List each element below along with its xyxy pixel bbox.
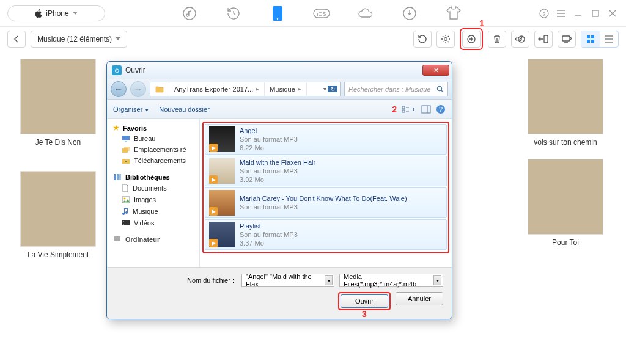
nav-back-button[interactable]: ←	[111, 81, 127, 97]
file-thumbnail: ▶	[209, 158, 235, 184]
file-type: Son au format MP3	[240, 167, 315, 175]
cloud-icon[interactable]	[356, 4, 375, 23]
svg-point-10	[468, 35, 475, 43]
device-tab-icon[interactable]	[268, 4, 287, 23]
nav-forward-button[interactable]: →	[130, 81, 146, 97]
help-icon[interactable]: ?	[436, 104, 446, 114]
path-bar[interactable]: AnyTrans-Exporter-2017...▸ Musique▸ ▾ ↻	[150, 82, 341, 96]
file-item[interactable]: ▶ PlaylistSon au format MP33.37 Mo	[205, 219, 447, 250]
help-icon[interactable]: ?	[538, 7, 550, 20]
sidebar-item-music[interactable]: Musique	[107, 205, 199, 217]
delete-button[interactable]	[488, 31, 506, 48]
menu-icon[interactable]	[555, 7, 567, 20]
path-segment[interactable]: AnyTrans-Exporter-2017...▸	[169, 82, 265, 96]
album-title: La Vie Simplement	[28, 250, 89, 259]
play-icon: ▶	[209, 144, 218, 152]
svg-rect-8	[592, 10, 598, 16]
album-item[interactable]: vois sur ton chemin	[520, 59, 611, 147]
filetype-select[interactable]: Media Files(*.mp3;*.m4a;*.m4b▾	[339, 274, 443, 287]
file-name: Mariah Carey - You Don't Know What To Do…	[240, 194, 407, 203]
preview-pane-icon[interactable]	[421, 105, 431, 114]
svg-text:iOS: iOS	[317, 11, 326, 17]
download-icon[interactable]	[400, 4, 419, 23]
refresh-path-icon[interactable]: ↻	[328, 86, 337, 92]
svg-point-11	[518, 36, 525, 42]
music-tab-icon[interactable]	[180, 4, 199, 23]
view-toggle	[581, 31, 619, 48]
back-button[interactable]	[7, 31, 26, 48]
album-cover	[20, 171, 96, 247]
file-list-pane: ▶ AngelSon au format MP36.22 Mo ▶ Maid w…	[200, 119, 452, 267]
dropdown-icon[interactable]: ▾	[323, 86, 326, 92]
folder-icon	[150, 82, 169, 96]
sidebar-item-videos[interactable]: Vidéos	[107, 217, 199, 228]
file-type: Son au format MP3	[240, 135, 298, 144]
svg-point-31	[124, 198, 126, 200]
file-item[interactable]: ▶ Mariah Carey - You Don't Know What To …	[205, 187, 447, 218]
svg-rect-33	[123, 221, 124, 222]
add-button[interactable]	[462, 31, 481, 48]
file-thumbnail: ▶	[209, 222, 235, 247]
path-segment[interactable]: Musique▸	[265, 82, 307, 96]
maximize-icon[interactable]	[589, 7, 602, 20]
history-icon[interactable]	[224, 4, 243, 23]
transfer-itunes-button[interactable]	[511, 31, 529, 48]
dialog-body: ★Favoris Bureau Emplacements ré Téléchar…	[107, 119, 452, 267]
dialog-footer: Nom du fichier : "Angel" "Maid with the …	[107, 267, 452, 319]
play-icon: ▶	[209, 175, 218, 184]
svg-rect-20	[402, 110, 405, 112]
dialog-titlebar: ⊙ Ouvrir ✕	[107, 62, 452, 79]
annotation-1: 1	[479, 18, 484, 28]
chevron-down-icon	[73, 12, 78, 15]
album-item[interactable]: Pour Toi	[520, 159, 611, 247]
sidebar-item-recent[interactable]: Emplacements ré	[107, 144, 199, 155]
album-item[interactable]: La Vie Simplement	[12, 171, 104, 259]
organize-menu[interactable]: Organiser ▼	[113, 106, 149, 113]
svg-point-9	[444, 38, 447, 41]
open-file-dialog: ⊙ Ouvrir ✕ ← → AnyTrans-Exporter-2017...…	[106, 61, 452, 319]
sidebar-item-images[interactable]: Images	[107, 194, 199, 205]
annotation-3: 3	[362, 309, 367, 319]
refresh-button[interactable]	[413, 31, 432, 48]
file-name: Angel	[240, 126, 298, 135]
album-item[interactable]: Je Te Dis Non	[12, 59, 104, 147]
close-icon[interactable]	[606, 7, 619, 20]
svg-rect-27	[114, 174, 116, 180]
file-list-highlight: ▶ AngelSon au format MP36.22 Mo ▶ Maid w…	[202, 122, 449, 253]
dialog-search-input[interactable]: Rechercher dans : Musique	[344, 82, 448, 96]
ios-icon[interactable]: iOS	[312, 4, 331, 23]
dialog-close-button[interactable]: ✕	[422, 65, 449, 76]
file-item[interactable]: ▶ Maid with the Flaxen HairSon au format…	[205, 156, 447, 186]
sidebar-item-documents[interactable]: Documents	[107, 182, 199, 194]
view-mode-icon[interactable]	[402, 105, 416, 114]
file-thumbnail: ▶	[209, 190, 235, 216]
svg-rect-26	[124, 147, 130, 151]
cancel-button[interactable]: Annuler	[396, 292, 443, 305]
breadcrumb-label: Musique (12 éléments)	[37, 35, 112, 43]
svg-rect-30	[122, 197, 130, 203]
open-button[interactable]: Ouvrir	[341, 294, 388, 308]
list-view-button[interactable]	[600, 31, 618, 47]
album-cover	[20, 59, 96, 134]
dialog-sidebar: ★Favoris Bureau Emplacements ré Téléchar…	[107, 119, 200, 267]
settings-button[interactable]	[436, 31, 455, 48]
app-icon: ⊙	[112, 65, 122, 75]
svg-text:?: ?	[542, 10, 545, 16]
sidebar-item-desktop[interactable]: Bureau	[107, 133, 199, 144]
svg-rect-29	[119, 174, 121, 180]
device-selector[interactable]: iPhone	[7, 5, 105, 21]
svg-rect-25	[122, 148, 128, 153]
sidebar-item-downloads[interactable]: Téléchargements	[107, 155, 199, 166]
apple-icon	[35, 9, 42, 18]
new-folder-button[interactable]: Nouveau dossier	[159, 106, 210, 113]
minimize-icon[interactable]	[572, 7, 584, 20]
svg-rect-12	[544, 35, 548, 43]
file-item[interactable]: ▶ AngelSon au format MP36.22 Mo	[205, 124, 447, 155]
annotation-2: 2	[392, 104, 397, 114]
to-pc-button[interactable]	[558, 31, 576, 48]
breadcrumb[interactable]: Musique (12 éléments)	[31, 31, 127, 48]
tshirt-icon[interactable]	[444, 4, 463, 23]
to-device-button[interactable]	[534, 31, 553, 48]
filename-input[interactable]: "Angel" "Maid with the Flax▾	[241, 274, 334, 287]
grid-view-button[interactable]	[581, 31, 600, 47]
